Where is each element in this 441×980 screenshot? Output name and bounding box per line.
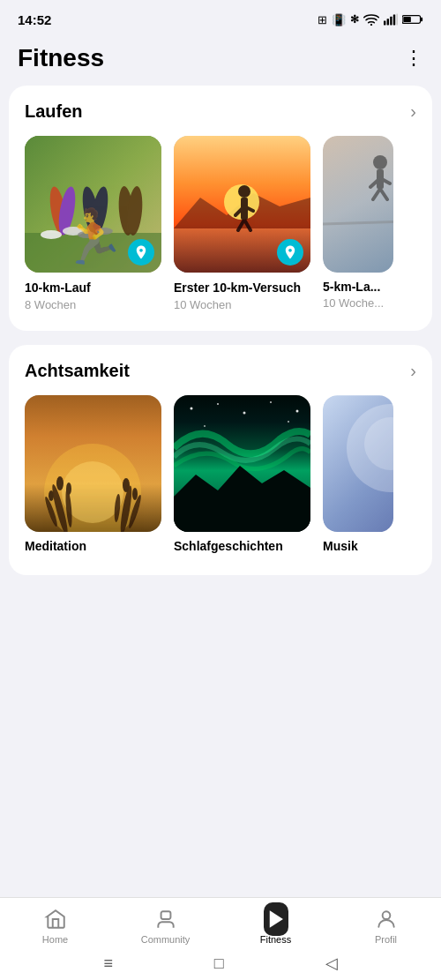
laufen-title: Laufen [25, 101, 83, 122]
svg-point-0 [370, 24, 372, 26]
laufen-section: Laufen › [9, 86, 432, 331]
svg-point-33 [373, 155, 387, 169]
workout-img-10km-lauf [25, 136, 161, 273]
achtsamkeit-section: Achtsamkeit › [9, 345, 432, 575]
fitness-label: Fitness [260, 934, 291, 945]
android-back[interactable]: ◁ [325, 954, 338, 973]
name-10km-lauf: 10-km-Lauf [25, 280, 161, 295]
achtsamkeit-arrow[interactable]: › [410, 361, 416, 381]
nav-item-fitness[interactable]: Fitness [220, 907, 331, 945]
laufen-arrow[interactable]: › [410, 101, 416, 122]
bottom-nav: Home Community Fitness [0, 897, 441, 980]
achtsamkeit-header: Achtsamkeit › [25, 361, 416, 381]
fitness-icon [264, 907, 288, 931]
svg-point-48 [56, 476, 64, 490]
schlaf-img-wrap [174, 395, 310, 532]
meditation-name: Meditation [25, 539, 161, 553]
home-icon [43, 907, 68, 931]
mindfulness-card-meditation[interactable]: Meditation [25, 395, 161, 556]
status-icons: ⊞ 📳 ✻ [318, 13, 423, 26]
svg-point-19 [78, 231, 95, 238]
wifi-icon [363, 13, 379, 26]
svg-point-59 [288, 421, 289, 423]
workout-img-5km-partial [323, 136, 393, 273]
svg-point-54 [191, 408, 193, 410]
svg-rect-65 [161, 911, 170, 919]
page-header: Fitness ⋮ [0, 35, 441, 86]
android-hamburger[interactable]: ≡ [103, 954, 113, 973]
svg-rect-1 [384, 21, 385, 26]
mindfulness-card-musik-partial[interactable]: Musik [323, 395, 393, 556]
battery-icon [402, 13, 423, 26]
svg-rect-7 [421, 18, 422, 21]
svg-point-20 [95, 228, 113, 235]
badge-erster-10km [277, 239, 303, 266]
meditation-img-wrap [25, 395, 161, 532]
duration-5km-partial: 10 Woche... [323, 296, 393, 310]
achtsamkeit-scroll: Meditation [25, 395, 416, 556]
nav-items: Home Community Fitness [0, 907, 441, 945]
bluetooth-icon: ✻ [350, 13, 359, 26]
nav-item-home[interactable]: Home [0, 907, 110, 945]
svg-point-49 [66, 483, 71, 495]
profil-icon [374, 907, 399, 931]
duration-erster-10km: 10 Wochen [174, 298, 310, 311]
duration-10km-lauf: 8 Wochen [25, 298, 161, 311]
vibrate-icon: 📳 [332, 13, 346, 26]
name-erster-10km: Erster 10-km-Versuch [174, 280, 310, 295]
nfc-icon: ⊞ [318, 13, 327, 26]
workout-card-erster-10km[interactable]: Erster 10-km-Versuch 10 Wochen [174, 136, 310, 311]
svg-point-51 [123, 478, 130, 492]
svg-point-50 [49, 490, 54, 501]
svg-rect-3 [390, 17, 392, 26]
android-square[interactable]: □ [214, 954, 224, 973]
svg-point-52 [132, 488, 138, 500]
svg-point-57 [270, 401, 272, 403]
svg-rect-5 [396, 14, 398, 26]
nav-item-profil[interactable]: Profil [331, 907, 441, 945]
status-time: 14:52 [18, 12, 51, 27]
workout-card-10km-lauf[interactable]: 10-km-Lauf 8 Wochen [25, 136, 161, 311]
laufen-header: Laufen › [25, 101, 416, 122]
menu-button[interactable]: ⋮ [404, 47, 423, 70]
svg-point-17 [41, 230, 62, 239]
community-label: Community [141, 934, 191, 945]
svg-point-18 [63, 227, 84, 236]
schlaf-name: Schlafgeschichten [174, 539, 310, 553]
status-bar: 14:52 ⊞ 📳 ✻ [0, 0, 441, 35]
nav-item-community[interactable]: Community [110, 907, 220, 945]
musik-name: Musik [323, 539, 393, 553]
name-5km-partial: 5-km-La... [323, 280, 393, 294]
workout-card-5km-partial[interactable]: 5-km-La... 10 Woche... [323, 136, 393, 311]
svg-point-60 [204, 425, 206, 427]
svg-marker-66 [270, 912, 281, 927]
achtsamkeit-title: Achtsamkeit [25, 361, 130, 381]
signal-icon [384, 13, 398, 26]
svg-rect-2 [387, 19, 389, 25]
home-label: Home [42, 934, 68, 945]
svg-point-58 [296, 410, 299, 413]
musik-img-partial [323, 395, 393, 532]
mindfulness-card-schlaf[interactable]: Schlafgeschichten [174, 395, 310, 556]
profil-label: Profil [375, 934, 397, 945]
svg-point-25 [238, 185, 250, 198]
svg-point-55 [217, 403, 219, 405]
community-icon [153, 907, 178, 931]
svg-rect-4 [393, 14, 395, 25]
svg-point-56 [243, 412, 246, 415]
laufen-scroll: 10-km-Lauf 8 Wochen [25, 136, 416, 311]
svg-rect-8 [403, 17, 411, 22]
workout-img-erster-10km [174, 136, 310, 273]
page-title: Fitness [18, 44, 104, 72]
svg-point-67 [382, 911, 390, 919]
badge-10km-lauf [128, 239, 154, 266]
